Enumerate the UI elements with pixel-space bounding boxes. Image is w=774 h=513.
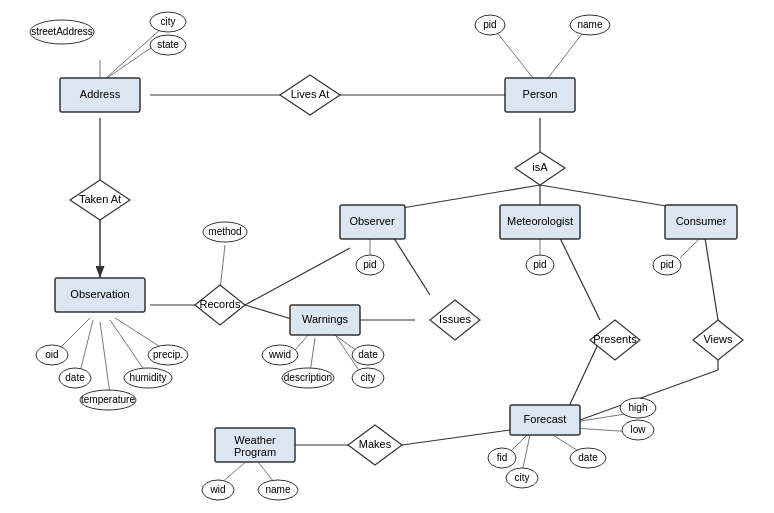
presents-label: Presents: [593, 333, 637, 345]
address-label: Address: [80, 88, 121, 100]
svg-line-36: [60, 318, 90, 348]
views-label: Views: [703, 333, 733, 345]
svg-line-39: [115, 318, 162, 348]
attr-low-label: low: [630, 424, 646, 435]
attr-high-label: high: [629, 402, 648, 413]
livesat-label: Lives At: [291, 88, 330, 100]
consumer-label: Consumer: [676, 215, 727, 227]
svg-line-43: [105, 28, 162, 79]
weather-program-label2: Program: [234, 446, 276, 458]
weather-program-label: Weather: [234, 434, 276, 446]
svg-line-6: [245, 305, 295, 320]
svg-line-15: [680, 238, 700, 258]
er-diagram-canvas: Lives At Taken At isA Records Issues Pre…: [0, 0, 774, 513]
meteorologist-label: Meteorologist: [507, 215, 573, 227]
attr-name-wp-label: name: [265, 484, 290, 495]
svg-line-19: [560, 238, 600, 320]
attr-city-forecast-label: city: [515, 472, 530, 483]
attr-wwid-label: wwid: [268, 349, 291, 360]
er-diagram: Lives At Taken At isA Records Issues Pre…: [0, 0, 774, 513]
svg-line-7: [245, 248, 350, 305]
svg-line-26: [402, 430, 510, 445]
svg-line-28: [522, 435, 530, 472]
forecast-label: Forecast: [524, 413, 567, 425]
attr-temperature-label: temperature: [81, 394, 135, 405]
records-label: Records: [200, 298, 241, 310]
attr-pid-person-label: pid: [483, 19, 496, 30]
attr-pid-meteorologist-label: pid: [533, 259, 546, 270]
person-label: Person: [523, 88, 558, 100]
svg-line-42: [107, 45, 155, 78]
observer-label: Observer: [349, 215, 395, 227]
svg-line-40: [100, 322, 110, 394]
svg-line-44: [495, 30, 533, 78]
attr-method-label: method: [208, 226, 241, 237]
attr-pid-observer-label: pid: [363, 259, 376, 270]
attr-wid-label: wid: [209, 484, 225, 495]
takenat-label: Taken At: [79, 193, 121, 205]
attr-description-label: description: [284, 372, 332, 383]
attr-city-address-label: city: [161, 16, 176, 27]
attr-date-forecast-label: date: [578, 452, 598, 463]
observation-label: Observation: [70, 288, 129, 300]
makes-label: Makes: [359, 438, 392, 450]
attr-precip-label: precip.: [153, 349, 183, 360]
attr-city-warn-label: city: [361, 372, 376, 383]
attr-state-label: state: [157, 39, 179, 50]
svg-line-37: [80, 320, 93, 372]
svg-line-47: [258, 462, 274, 482]
svg-line-16: [390, 232, 430, 295]
svg-line-21: [565, 340, 600, 415]
isa-label: isA: [532, 161, 548, 173]
attr-fid-label: fid: [497, 452, 508, 463]
attr-streetaddress-label: streetAddress: [31, 26, 93, 37]
issues-label: Issues: [439, 313, 471, 325]
svg-line-8: [220, 245, 225, 290]
attr-oid-label: oid: [45, 349, 58, 360]
svg-line-22: [705, 238, 718, 320]
svg-line-45: [548, 30, 585, 78]
attr-date-warn-label: date: [358, 349, 378, 360]
attr-name-person-label: name: [577, 19, 602, 30]
attr-pid-consumer-label: pid: [660, 259, 673, 270]
warnings-label: Warnings: [302, 313, 349, 325]
svg-line-38: [110, 320, 145, 371]
attr-date-obs-label: date: [65, 372, 85, 383]
attr-humidity-label: humidity: [129, 372, 166, 383]
